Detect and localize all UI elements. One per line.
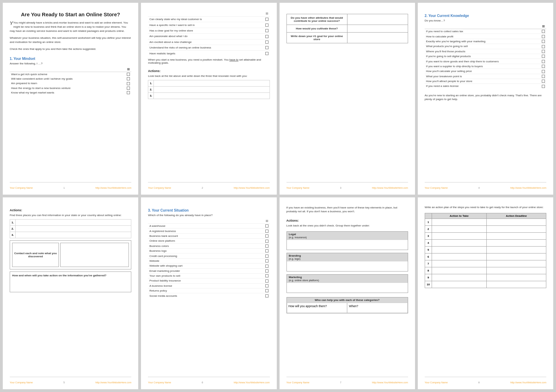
cb-s10[interactable] <box>265 269 268 273</box>
cb-k3[interactable] <box>542 40 545 43</box>
checkbox-p2-5[interactable] <box>265 41 268 44</box>
page-number: 6 <box>202 381 203 384</box>
cb-s15[interactable] <box>265 294 268 297</box>
footer-company: Your Company Name <box>286 187 310 189</box>
checkbox-p2-1[interactable] <box>265 18 268 21</box>
cb-s7[interactable] <box>265 255 268 258</box>
checkbox-p2-4[interactable] <box>265 35 268 38</box>
table-row: 7 <box>425 260 546 267</box>
cb-s3[interactable] <box>265 234 268 238</box>
section-sub: Do you know…? <box>425 19 546 22</box>
contact-inner: Contact each and note what you discovere… <box>12 243 129 267</box>
table-header-row: Action to Take Action Deadline <box>425 213 546 219</box>
cb-s12[interactable] <box>265 279 268 283</box>
table-row: 2 <box>425 226 546 233</box>
table-row: Do you have other attributes that would … <box>286 14 408 25</box>
cb-s6[interactable] <box>265 249 268 252</box>
checkbox-1[interactable] <box>127 73 130 76</box>
checkbox-p2-6[interactable] <box>265 46 268 49</box>
checkbox-5[interactable] <box>127 91 130 94</box>
when-col: When? <box>347 303 408 313</box>
table-row: 5 <box>425 247 546 253</box>
cb-k10[interactable] <box>542 75 545 78</box>
when-box: How and when will you take action on the… <box>10 271 131 292</box>
checkbox-4[interactable] <box>127 87 130 90</box>
contact-label: Contact each and note what you discovere… <box>12 243 59 267</box>
list-item: Have the energy to start a new business … <box>10 86 131 90</box>
find-text: Find three places you can find informati… <box>10 213 131 217</box>
section-sub: Answer the following. I …? <box>10 62 131 65</box>
page-number: 8 <box>478 381 480 384</box>
list-item: What your breakeven point is <box>425 74 546 79</box>
checkbox-p2-7[interactable] <box>265 52 268 55</box>
list-item: 1. <box>148 80 270 86</box>
page-5: Actions: Find three places you can find … <box>3 197 138 389</box>
footer-url: http://www.YourWebsiteHere.com <box>95 187 131 189</box>
checkbox-p2-2[interactable] <box>265 24 268 27</box>
checkbox-p2-3[interactable] <box>265 29 268 32</box>
checkbox-2[interactable] <box>127 77 130 80</box>
col-num-header <box>425 213 432 219</box>
knowledge-checklist: ☒ If you need to collect sales tax How t… <box>425 24 546 89</box>
actions-title-p7: Actions: <box>286 219 408 222</box>
list-item: How to calculate profit <box>425 34 546 39</box>
list-item: 2. <box>10 226 131 232</box>
list-item: How you'll calculate your selling price <box>425 69 546 74</box>
page1-intro3: Check the ones that apply to you and the… <box>10 47 131 51</box>
cb-s9[interactable] <box>265 265 268 268</box>
cb-k12[interactable] <box>542 85 545 88</box>
col-deadline-header: Action Deadline <box>486 213 546 219</box>
cb-k7[interactable] <box>542 60 545 63</box>
page-6: 3. Your Current Situation Which of the f… <box>141 197 276 389</box>
cb-s1[interactable] <box>265 224 268 228</box>
cb-s13[interactable] <box>265 284 268 287</box>
list-item: Has a clear goal for my online store <box>148 28 270 33</box>
mindset-note: When you start a new business, you need … <box>148 58 270 64</box>
cb-k11[interactable] <box>542 80 545 83</box>
actions-text: Look back at the list above and write do… <box>148 74 270 78</box>
cb-k9[interactable] <box>542 70 545 73</box>
cb-s5[interactable] <box>265 244 268 248</box>
actions-text-p7: Look back at the ones you didn't check. … <box>286 224 408 228</box>
cb-s2[interactable] <box>265 230 268 233</box>
list-item: Have realistic targets <box>148 51 270 56</box>
cb-k8[interactable] <box>542 65 545 68</box>
footer-url: http://www.YourWebsiteHere.com <box>234 381 270 384</box>
cb-k4[interactable] <box>542 45 545 48</box>
cb-s14[interactable] <box>265 289 268 292</box>
list-item: Where you'll find those products <box>425 49 546 54</box>
list-item: Want a get rich quick scheme <box>10 72 131 77</box>
page2-checklist: ☒ Can clearly state who my ideal custome… <box>148 11 270 56</box>
footer-company: Your Company Name <box>10 381 33 384</box>
list-item: Exactly who you're targeting with your m… <box>425 39 546 44</box>
group-content-branding <box>287 261 408 271</box>
table-row: 8 <box>425 267 546 274</box>
list-item: A registered business <box>148 229 270 233</box>
col-action-header: Action to Take <box>432 213 486 219</box>
who-box: Who can help you with each of these cate… <box>286 297 408 313</box>
cb-k1[interactable] <box>542 30 545 33</box>
list-item: What products you're going to sell <box>425 44 546 49</box>
table-row: Write down your #1 goal for your online … <box>286 33 408 43</box>
cb-k6[interactable] <box>542 55 545 58</box>
cb-s11[interactable] <box>265 274 268 277</box>
cb-k5[interactable] <box>542 50 545 53</box>
cb-s4[interactable] <box>265 240 268 243</box>
checkbox-3[interactable] <box>127 82 130 85</box>
page-number: 2 <box>202 187 203 189</box>
cb-s8[interactable] <box>265 259 268 262</box>
list-item: Product liability insurance <box>148 278 270 283</box>
page-4: 2. Your Current Knowledge Do you know…? … <box>418 3 553 195</box>
cb-k2[interactable] <box>542 35 545 38</box>
list-item: Am passionate about what I do <box>148 34 270 39</box>
list-item: Am excited about a new challenge <box>148 39 270 45</box>
list-item: If you want a supplier to ship directly … <box>425 64 546 69</box>
list-item: Business logo <box>148 248 270 253</box>
section-title-knowledge: 2. Your Current Knowledge <box>425 14 546 18</box>
list-item: Email marketing provider <box>148 268 270 273</box>
list-item: Website <box>148 258 270 263</box>
page-7: If you have an existing business, then y… <box>280 197 415 389</box>
list-item: 3. <box>10 232 131 238</box>
footer-company: Your Company Name <box>286 381 310 384</box>
list-item: How you'll attract people to your store <box>425 79 546 83</box>
